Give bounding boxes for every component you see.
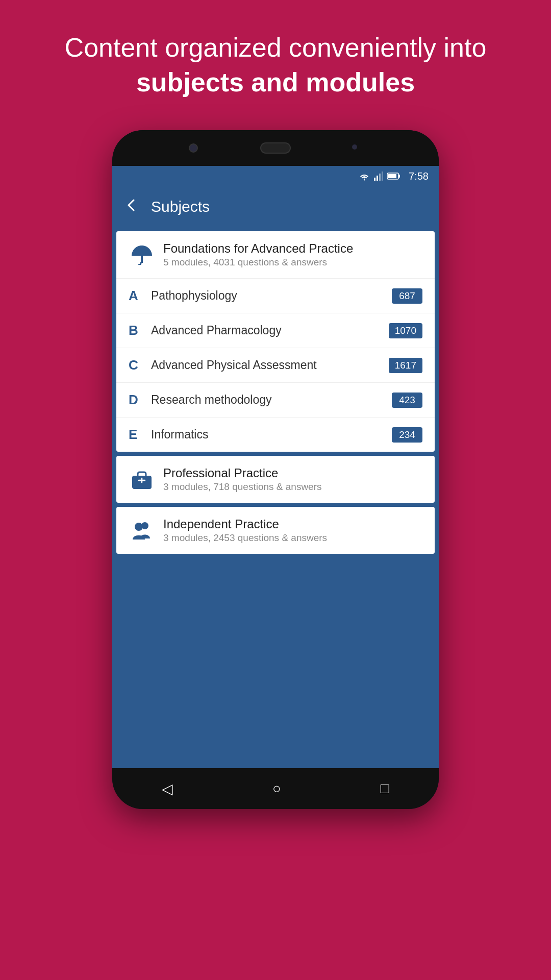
phone-hardware [112, 130, 439, 166]
module-name-b: Advanced Pharmacology [151, 324, 389, 337]
module-letter-a: A [129, 288, 151, 304]
headline-line1: Content organized conveniently into [65, 33, 487, 62]
module-letter-c: C [129, 357, 151, 373]
nav-back-button[interactable]: ◁ [162, 780, 173, 797]
svg-rect-3 [382, 172, 383, 181]
subject-info-professional: Professional Practice 3 modules, 718 que… [163, 466, 322, 493]
toolbar-title: Subjects [151, 198, 210, 215]
subject-name-independent: Independent Practice [163, 517, 327, 531]
subject-info-foundations: Foundations for Advanced Practice 5 modu… [163, 241, 353, 268]
subject-name-foundations: Foundations for Advanced Practice [163, 241, 353, 256]
svg-rect-2 [379, 174, 381, 181]
svg-rect-7 [141, 256, 143, 263]
subject-meta-independent: 3 modules, 2453 questions & answers [163, 532, 327, 544]
subject-card-professional[interactable]: Professional Practice 3 modules, 718 que… [116, 456, 435, 503]
umbrella-icon [129, 241, 155, 268]
module-badge-b: 1070 [389, 323, 422, 338]
svg-rect-0 [374, 178, 375, 181]
headline-line2: subjects and modules [136, 67, 415, 97]
status-bar: 7:58 [112, 166, 439, 186]
status-time: 7:58 [409, 170, 429, 182]
module-badge-c: 1617 [389, 358, 422, 373]
subject-header-independent[interactable]: Independent Practice 3 modules, 2453 que… [116, 507, 435, 554]
subject-header-professional[interactable]: Professional Practice 3 modules, 718 que… [116, 456, 435, 503]
subject-card-foundations[interactable]: Foundations for Advanced Practice 5 modu… [116, 231, 435, 452]
phone-frame: 7:58 Subjects [112, 130, 439, 809]
bottom-nav: ◁ ○ □ [112, 768, 439, 809]
module-item-b[interactable]: B Advanced Pharmacology 1070 [116, 313, 435, 348]
svg-rect-1 [377, 176, 378, 181]
subject-meta-professional: 3 modules, 718 questions & answers [163, 481, 322, 493]
phone-light [352, 144, 357, 150]
svg-rect-6 [388, 174, 396, 178]
module-name-a: Pathophysiology [151, 289, 392, 303]
app-toolbar: Subjects [112, 186, 439, 227]
module-item-e[interactable]: E Informatics 234 [116, 418, 435, 452]
content-area: Foundations for Advanced Practice 5 modu… [112, 227, 439, 768]
module-letter-b: B [129, 323, 151, 338]
back-button[interactable] [124, 198, 139, 216]
module-letter-d: D [129, 392, 151, 408]
module-badge-a: 687 [392, 288, 422, 304]
people-icon [129, 517, 155, 544]
nav-recent-button[interactable]: □ [381, 780, 389, 797]
subject-name-professional: Professional Practice [163, 466, 322, 480]
briefcase-icon [129, 466, 155, 493]
battery-icon [387, 173, 400, 180]
headline: Content organized conveniently into subj… [34, 31, 517, 100]
module-badge-e: 234 [392, 427, 422, 443]
subject-meta-foundations: 5 modules, 4031 questions & answers [163, 257, 353, 268]
svg-point-11 [135, 523, 143, 531]
module-list-foundations: A Pathophysiology 687 B Advanced Pharmac… [116, 278, 435, 452]
signal-icon [374, 172, 383, 181]
module-letter-e: E [129, 427, 151, 443]
module-item-a[interactable]: A Pathophysiology 687 [116, 279, 435, 313]
subject-info-independent: Independent Practice 3 modules, 2453 que… [163, 517, 327, 544]
wifi-icon [359, 172, 370, 181]
nav-home-button[interactable]: ○ [272, 780, 281, 797]
module-item-d[interactable]: D Research methodology 423 [116, 383, 435, 418]
module-name-d: Research methodology [151, 393, 392, 407]
phone-speaker [260, 142, 291, 154]
module-badge-d: 423 [392, 393, 422, 408]
subject-card-independent[interactable]: Independent Practice 3 modules, 2453 que… [116, 507, 435, 554]
phone-camera [189, 143, 198, 153]
module-name-c: Advanced Physical Assessment [151, 358, 389, 372]
module-item-c[interactable]: C Advanced Physical Assessment 1617 [116, 348, 435, 383]
subject-header-foundations[interactable]: Foundations for Advanced Practice 5 modu… [116, 231, 435, 278]
status-icons: 7:58 [359, 170, 429, 182]
module-name-e: Informatics [151, 428, 392, 442]
svg-rect-5 [398, 175, 400, 178]
